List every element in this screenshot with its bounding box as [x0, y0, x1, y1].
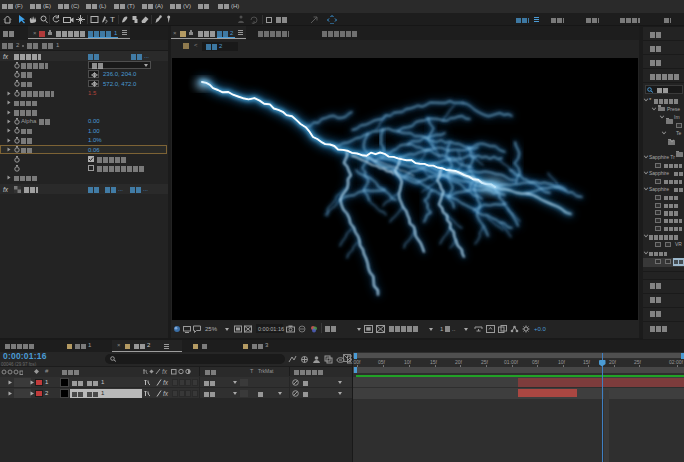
svg-text:fx: fx [163, 379, 169, 386]
svg-text:fx: fx [163, 390, 169, 397]
svg-text:fx: fx [162, 368, 168, 375]
